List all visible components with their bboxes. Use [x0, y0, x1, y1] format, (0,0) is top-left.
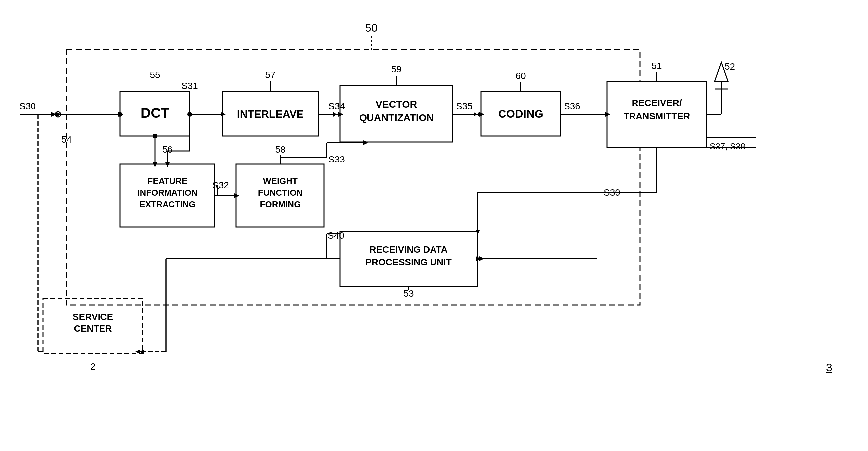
svg-marker-58 — [333, 112, 337, 117]
feature-info-label3: EXTRACTING — [140, 199, 196, 209]
svg-marker-66 — [479, 256, 484, 261]
label-s31: S31 — [181, 80, 198, 91]
coding-label: CODING — [498, 107, 543, 120]
diagram-svg: DCT INTERLEAVE VECTOR QUANTIZATION CODIN… — [0, 0, 868, 451]
label-59: 59 — [391, 64, 401, 74]
label-52: 52 — [725, 61, 735, 72]
feature-info-label2: INFORMATION — [137, 188, 198, 198]
vector-quant-label: VECTOR — [376, 99, 417, 110]
label-51: 51 — [651, 61, 662, 71]
label-s35: S35 — [456, 101, 473, 111]
vector-quant-label2: QUANTIZATION — [359, 112, 434, 123]
label-s40: S40 — [328, 230, 344, 241]
dct-label: DCT — [141, 105, 169, 121]
receiving-data-label2: PROCESSING UNIT — [366, 257, 452, 267]
receiver-tx-label1: RECEIVER/ — [632, 98, 682, 108]
weight-func-label1: WEIGHT — [263, 176, 298, 186]
label-58: 58 — [275, 144, 285, 155]
svg-marker-60 — [474, 112, 477, 117]
label-60: 60 — [516, 71, 526, 81]
label-53: 53 — [403, 289, 413, 299]
label-s33: S33 — [328, 154, 345, 164]
label-s32: S32 — [212, 180, 229, 190]
interleave-label: INTERLEAVE — [237, 108, 304, 120]
label-s39: S39 — [603, 187, 620, 198]
label-s34: S34 — [328, 101, 345, 111]
svg-point-17 — [153, 134, 157, 138]
label-s30: S30 — [19, 101, 36, 111]
service-center-label2: CENTER — [74, 323, 112, 333]
weight-func-label3: FORMING — [260, 199, 301, 209]
service-center-label1: SERVICE — [73, 312, 113, 322]
label-2: 2 — [90, 361, 95, 372]
receiving-data-label1: RECEIVING DATA — [370, 245, 447, 255]
label-56: 56 — [162, 144, 173, 155]
weight-func-label2: FUNCTION — [258, 188, 303, 198]
label-57: 57 — [265, 70, 275, 80]
label-3: 3 — [826, 361, 832, 374]
label-50: 50 — [365, 21, 378, 34]
feature-info-label1: FEATURE — [148, 176, 188, 186]
receiver-tx-label2: TRANSMITTER — [624, 111, 690, 121]
label-s36: S36 — [564, 101, 581, 111]
label-55: 55 — [150, 70, 160, 80]
label-s37-s38: S37, S38 — [710, 141, 745, 151]
label-54: 54 — [61, 134, 72, 144]
